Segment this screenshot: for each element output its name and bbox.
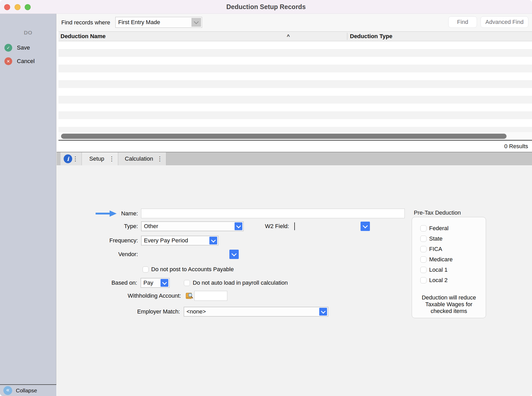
cancel-button[interactable]: ✕ Cancel	[0, 56, 56, 66]
employer-match-dropdown[interactable]: <none>	[184, 307, 328, 317]
drag-handle-icon[interactable]: ⋮	[157, 156, 163, 162]
medicare-label: Medicare	[429, 256, 453, 263]
employer-match-value: <none>	[187, 308, 206, 315]
info-icon[interactable]: i	[64, 154, 72, 163]
chevron-down-icon	[194, 19, 198, 24]
window-title: Deduction Setup Records	[0, 0, 532, 14]
employer-match-row: Employer Match: <none>	[78, 307, 328, 317]
based-on-dropdown[interactable]: Pay	[141, 278, 170, 288]
based-on-value: Pay	[143, 279, 153, 286]
title-bar: Deduction Setup Records	[0, 0, 532, 14]
chevron-down-icon	[363, 223, 368, 228]
local2-checkbox[interactable]	[420, 277, 427, 283]
tab-calculation[interactable]: Calculation ⋮	[118, 152, 166, 165]
employer-match-label: Employer Match:	[78, 308, 180, 315]
vendor-row: Vendor:	[78, 250, 239, 259]
horizontal-scrollbar-track	[58, 132, 532, 141]
fica-checkbox[interactable]	[420, 246, 427, 252]
sidebar-header: DO	[0, 30, 56, 36]
local1-label: Local 1	[429, 267, 448, 273]
based-on-dropdown-button[interactable]	[161, 279, 168, 287]
frequency-label: Frequency:	[78, 237, 138, 244]
chevron-down-icon	[211, 238, 216, 242]
chevron-down-icon	[236, 223, 241, 228]
state-checkbox[interactable]	[420, 236, 427, 242]
save-check-icon: ✓	[4, 44, 12, 52]
find-button[interactable]: Find	[448, 16, 477, 28]
save-button[interactable]: ✓ Save	[0, 43, 56, 53]
info-tab-segment: i ⋮	[61, 152, 82, 165]
federal-checkbox[interactable]	[420, 225, 427, 231]
pretax-deduction-panel: Federal State FICA Medicare Local 1	[412, 217, 486, 318]
name-label: Name:	[117, 210, 138, 217]
advanced-find-button[interactable]: Advanced Find	[481, 16, 528, 28]
local2-label: Local 2	[429, 277, 448, 284]
state-label: State	[429, 235, 442, 242]
type-value: Other	[144, 223, 158, 230]
column-header-deduction-type[interactable]: Deduction Type	[350, 32, 392, 41]
type-row: Type: Other W2 Field:	[78, 221, 370, 231]
sidebar: DO ✓ Save ✕ Cancel « Collapse	[0, 14, 56, 396]
withholding-account-label: Withholding Account:	[78, 292, 181, 299]
employer-match-dropdown-button[interactable]	[319, 308, 327, 316]
based-on-row: Based on: Pay Do not auto load in payrol…	[78, 278, 288, 288]
do-not-post-ap-checkbox[interactable]	[143, 267, 149, 272]
local1-checkbox[interactable]	[420, 267, 427, 273]
frequency-dropdown-button[interactable]	[209, 237, 217, 244]
column-header-deduction-name[interactable]: Deduction Name	[61, 32, 106, 41]
tab-setup[interactable]: Setup ⋮	[82, 152, 118, 165]
save-label: Save	[17, 44, 30, 51]
frequency-row: Frequency: Every Pay Period	[78, 236, 218, 245]
fica-label: FICA	[429, 246, 442, 252]
pretax-item-fica: FICA	[420, 244, 486, 254]
name-row: Name:	[78, 209, 405, 218]
setup-form: Name: Type: Other W2 Field: Frequency: E…	[57, 165, 532, 396]
cancel-x-icon: ✕	[4, 57, 12, 65]
collapse-label: Collapse	[16, 387, 37, 394]
app-window: Deduction Setup Records DO ✓ Save ✕ Canc…	[0, 0, 532, 396]
federal-label: Federal	[429, 225, 449, 232]
vendor-label: Vendor:	[78, 251, 138, 258]
find-bar: Find records where First Entry Made Find…	[57, 14, 532, 31]
main-panel: Find records where First Entry Made Find…	[57, 14, 532, 396]
accounts-payable-checkbox-row: Do not post to Accounts Payable	[143, 266, 234, 272]
withholding-account-input[interactable]	[194, 291, 227, 301]
pretax-deduction-title: Pre-Tax Deduction	[414, 209, 461, 216]
name-input[interactable]	[141, 209, 405, 218]
find-field-value: First Entry Made	[118, 19, 160, 26]
frequency-value: Every Pay Period	[144, 237, 188, 244]
do-not-post-ap-label: Do not post to Accounts Payable	[151, 266, 234, 273]
medicare-checkbox[interactable]	[420, 256, 427, 263]
drag-handle-icon[interactable]: ⋮	[72, 156, 78, 162]
find-field-dropdown[interactable]: First Entry Made	[115, 17, 202, 28]
drag-handle-icon[interactable]: ⋮	[109, 156, 115, 162]
find-field-dropdown-button[interactable]	[191, 18, 201, 27]
results-count: 0 Results	[504, 141, 528, 152]
find-records-where-label: Find records where	[61, 14, 110, 31]
vendor-dropdown-button[interactable]	[229, 250, 239, 259]
account-lookup-book-icon[interactable]	[185, 292, 193, 299]
frequency-dropdown[interactable]: Every Pay Period	[141, 236, 218, 245]
w2-field-dropdown-button[interactable]	[361, 222, 370, 231]
results-table-body	[58, 41, 532, 132]
type-dropdown-button[interactable]	[235, 222, 242, 230]
sort-ascending-icon[interactable]: ^	[287, 32, 290, 41]
tab-calculation-label: Calculation	[121, 155, 157, 162]
w2-field-label: W2 Field:	[265, 223, 291, 230]
results-count-row: 0 Results	[57, 141, 532, 152]
do-not-autoload-checkbox[interactable]	[184, 280, 190, 286]
type-dropdown[interactable]: Other	[141, 221, 244, 231]
pretax-note: Deduction will reduce Taxable Wages for …	[416, 294, 482, 315]
based-on-label: Based on:	[78, 279, 137, 286]
collapse-sidebar-button[interactable]: « Collapse	[0, 384, 56, 396]
tab-setup-label: Setup	[85, 155, 109, 162]
chevron-down-icon	[321, 309, 325, 313]
horizontal-scrollbar-thumb[interactable]	[61, 134, 507, 139]
pretax-item-local2: Local 2	[420, 275, 486, 285]
withholding-account-row: Withholding Account:	[78, 291, 227, 301]
column-divider[interactable]	[347, 33, 347, 40]
pointer-arrow-icon	[95, 210, 117, 217]
pretax-item-state: State	[420, 234, 486, 244]
pretax-item-federal: Federal	[420, 223, 486, 234]
do-not-autoload-label: Do not auto load in payroll calculation	[193, 279, 288, 286]
